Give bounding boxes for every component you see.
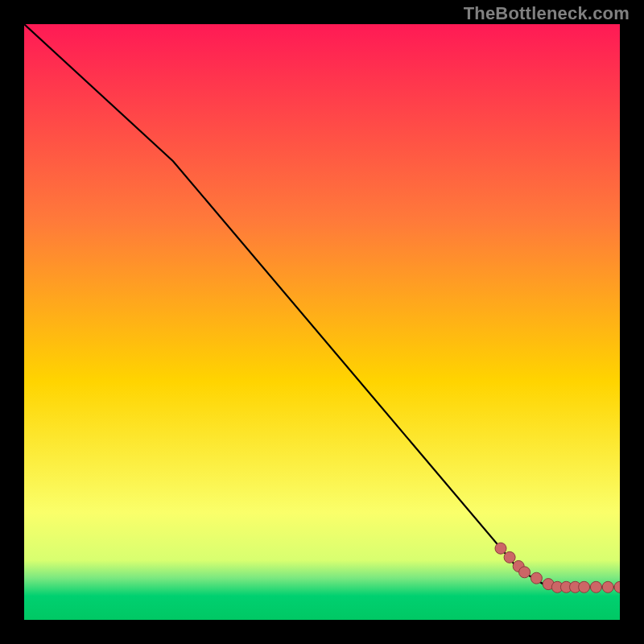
data-marker (602, 581, 613, 592)
data-marker (504, 551, 515, 563)
data-marker (495, 543, 506, 554)
watermark-text: TheBottleneck.com (464, 3, 630, 24)
data-marker (579, 581, 590, 592)
gradient-background (24, 24, 620, 620)
chart-frame: TheBottleneck.com (0, 0, 644, 644)
data-marker (590, 581, 601, 592)
data-marker (530, 572, 542, 584)
chart-svg (24, 24, 620, 620)
plot-area (24, 24, 620, 620)
data-marker (519, 567, 530, 578)
